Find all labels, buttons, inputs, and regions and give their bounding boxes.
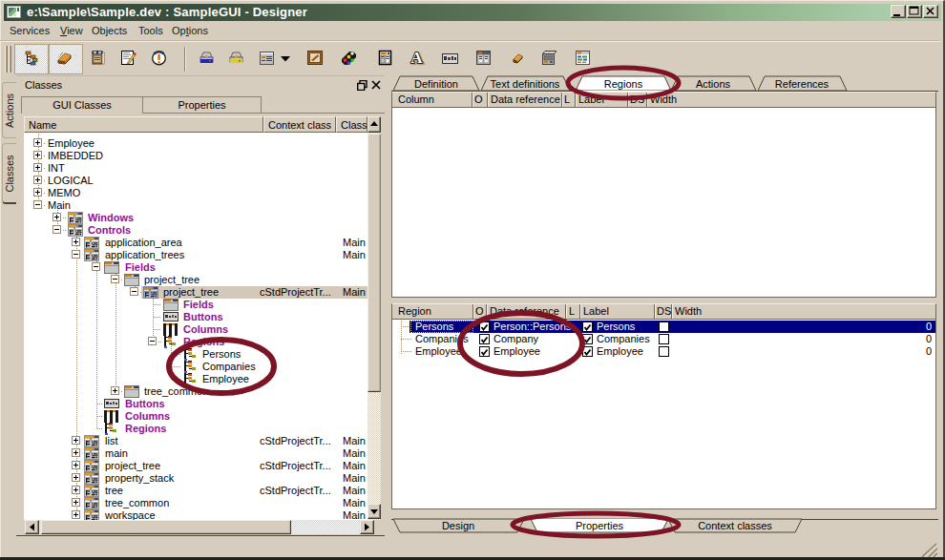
svg-text:A: A [410, 49, 423, 66]
svg-text:References: References [775, 78, 830, 90]
svg-text:Definition: Definition [414, 78, 458, 90]
svg-text:Properties: Properties [576, 520, 624, 531]
svg-text:Actions: Actions [696, 78, 731, 90]
svg-text:Text definitions: Text definitions [491, 78, 560, 90]
svg-text:Context classes: Context classes [698, 520, 772, 531]
svg-text:Regions: Regions [604, 78, 643, 90]
svg-text:Design: Design [442, 520, 474, 531]
